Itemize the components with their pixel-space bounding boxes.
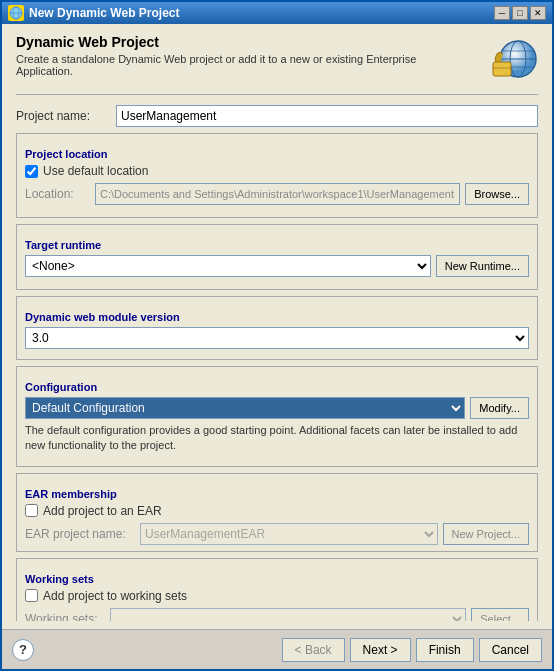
cancel-button[interactable]: Cancel bbox=[479, 638, 542, 662]
add-working-sets-label: Add project to working sets bbox=[43, 589, 187, 603]
bottom-bar: ? < Back Next > Finish Cancel bbox=[2, 629, 552, 669]
ear-name-row: EAR project name: UserManagementEAR New … bbox=[25, 523, 529, 545]
content-area: Dynamic Web Project Create a standalone … bbox=[2, 24, 552, 629]
project-location-section: Project location Use default location Lo… bbox=[16, 133, 538, 218]
working-sets-section: Working sets Add project to working sets… bbox=[16, 558, 538, 621]
config-row: Default Configuration Modify... bbox=[25, 397, 529, 419]
modify-button[interactable]: Modify... bbox=[470, 397, 529, 419]
maximize-button[interactable]: □ bbox=[512, 6, 528, 20]
title-buttons: ─ □ ✕ bbox=[494, 6, 546, 20]
project-location-label: Project location bbox=[25, 148, 529, 160]
dynamic-module-label: Dynamic web module version bbox=[25, 311, 529, 323]
new-project-button: New Project... bbox=[443, 523, 529, 545]
svg-rect-8 bbox=[493, 62, 511, 76]
project-name-label: Project name: bbox=[16, 109, 116, 123]
add-ear-row: Add project to an EAR bbox=[25, 504, 529, 518]
page-description: Create a standalone Dynamic Web project … bbox=[16, 53, 436, 77]
use-default-location-checkbox[interactable] bbox=[25, 165, 38, 178]
add-ear-checkbox[interactable] bbox=[25, 504, 38, 517]
target-runtime-select[interactable]: <None> bbox=[25, 255, 431, 277]
nav-buttons: < Back Next > Finish Cancel bbox=[282, 638, 542, 662]
new-runtime-button[interactable]: New Runtime... bbox=[436, 255, 529, 277]
configuration-section: Configuration Default Configuration Modi… bbox=[16, 366, 538, 467]
add-working-sets-checkbox[interactable] bbox=[25, 589, 38, 602]
title-bar: New Dynamic Web Project ─ □ ✕ bbox=[2, 2, 552, 24]
minimize-button[interactable]: ─ bbox=[494, 6, 510, 20]
main-window: New Dynamic Web Project ─ □ ✕ Dynamic We… bbox=[0, 0, 554, 671]
location-row: Location: Browse... bbox=[25, 183, 529, 205]
working-sets-label: Working sets bbox=[25, 573, 529, 585]
browse-button[interactable]: Browse... bbox=[465, 183, 529, 205]
header-text: Dynamic Web Project Create a standalone … bbox=[16, 34, 436, 77]
back-button[interactable]: < Back bbox=[282, 638, 345, 662]
config-description: The default configuration provides a goo… bbox=[25, 423, 529, 454]
use-default-location-label: Use default location bbox=[43, 164, 148, 178]
next-button[interactable]: Next > bbox=[350, 638, 411, 662]
location-input bbox=[95, 183, 460, 205]
target-runtime-row: <None> New Runtime... bbox=[25, 255, 529, 277]
page-title: Dynamic Web Project bbox=[16, 34, 436, 50]
location-label: Location: bbox=[25, 187, 90, 201]
dynamic-module-section: Dynamic web module version 3.0 bbox=[16, 296, 538, 360]
header-separator bbox=[16, 94, 538, 95]
target-runtime-section: Target runtime <None> New Runtime... bbox=[16, 224, 538, 290]
add-ear-label: Add project to an EAR bbox=[43, 504, 162, 518]
help-button[interactable]: ? bbox=[12, 639, 34, 661]
header-section: Dynamic Web Project Create a standalone … bbox=[16, 34, 538, 84]
form-section: Project name: Project location Use defau… bbox=[16, 105, 538, 621]
window-icon bbox=[8, 5, 24, 21]
add-working-sets-row: Add project to working sets bbox=[25, 589, 529, 603]
select-button: Select... bbox=[471, 608, 529, 621]
window-title: New Dynamic Web Project bbox=[29, 6, 180, 20]
working-sets-row: Working sets: Select... bbox=[25, 608, 529, 621]
close-button[interactable]: ✕ bbox=[530, 6, 546, 20]
ear-project-name-label: EAR project name: bbox=[25, 527, 135, 541]
ear-section: EAR membership Add project to an EAR EAR… bbox=[16, 473, 538, 552]
title-bar-left: New Dynamic Web Project bbox=[8, 5, 180, 21]
target-runtime-label: Target runtime bbox=[25, 239, 529, 251]
ear-project-name-select: UserManagementEAR bbox=[140, 523, 438, 545]
use-default-location-row: Use default location bbox=[25, 164, 529, 178]
project-name-row: Project name: bbox=[16, 105, 538, 127]
configuration-select[interactable]: Default Configuration bbox=[25, 397, 465, 419]
ear-section-label: EAR membership bbox=[25, 488, 529, 500]
working-sets-select bbox=[110, 608, 466, 621]
dynamic-module-select[interactable]: 3.0 bbox=[25, 327, 529, 349]
globe-icon bbox=[488, 34, 538, 84]
configuration-label: Configuration bbox=[25, 381, 529, 393]
project-name-input[interactable] bbox=[116, 105, 538, 127]
working-sets-field-label: Working sets: bbox=[25, 612, 105, 621]
finish-button[interactable]: Finish bbox=[416, 638, 474, 662]
